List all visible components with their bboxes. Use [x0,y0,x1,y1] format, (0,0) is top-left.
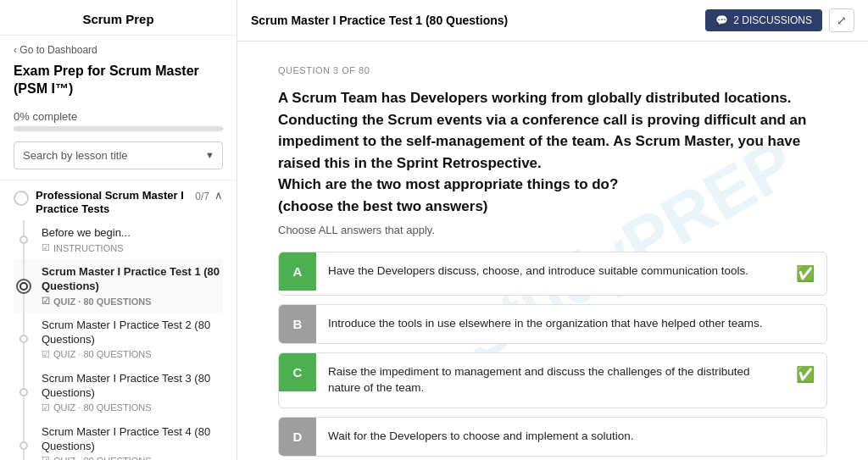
lesson-meta: ☑ QUIZ · 80 QUESTIONS [42,402,223,413]
answer-option-c[interactable]: C Raise the impediment to management and… [278,352,827,408]
answer-text-b: Introduce the tools in use elsewhere in … [316,305,826,343]
lesson-name: Scrum Master I Practice Test 2 (80 Quest… [42,319,223,347]
answer-letter-d: D [279,418,316,456]
section-header[interactable]: Professional Scrum Master I Practice Tes… [14,189,223,218]
list-item[interactable]: Scrum Master I Practice Test 4 (80 Quest… [14,419,223,460]
lesson-meta: ☑ INSTRUCTIONS [42,242,223,253]
quiz-icon: ☑ [42,402,50,413]
answer-option-b[interactable]: B Introduce the tools in use elsewhere i… [278,304,827,344]
expand-button[interactable]: ⤢ [829,8,854,32]
lesson-search[interactable]: Search by lesson title ▼ [14,141,223,169]
progress-section: 0% complete [0,107,236,141]
answer-letter-c: C [279,353,316,391]
answer-text-c: Raise the impediment to management and d… [316,353,784,407]
lesson-meta: ☑ QUIZ · 80 QUESTIONS [42,349,223,360]
list-item[interactable]: Scrum Master I Practice Test 3 (80 Quest… [14,366,223,419]
answer-option-d[interactable]: D Wait for the Developers to choose and … [278,417,827,457]
list-item[interactable]: Scrum Master I Practice Test 2 (80 Quest… [14,313,223,366]
lesson-dot-icon [19,282,28,291]
quiz-icon: ☑ [42,242,50,253]
quiz-icon: ☑ [42,455,50,460]
answer-check-c: ✅ [784,353,826,396]
lesson-dot-icon [19,441,28,450]
main-content: Scrum Master I Practice Test 1 (80 Quest… [237,0,868,460]
chevron-up-icon[interactable]: ∧ [214,189,223,202]
answer-text-a: Have the Developers discuss, choose, and… [316,252,784,291]
section-circle-icon [14,191,29,206]
lesson-dot-icon [19,388,28,396]
lesson-name: Scrum Master I Practice Test 4 (80 Quest… [42,425,223,454]
quiz-icon: ☑ [42,296,50,307]
question-text: A Scrum Team has Developers working from… [278,87,827,217]
lesson-meta: ☑ QUIZ · 80 QUESTIONS [42,455,223,460]
discussions-button[interactable]: 💬 2 DISCUSSIONS [705,9,822,31]
main-header: Scrum Master I Practice Test 1 (80 Quest… [237,0,868,42]
list-item[interactable]: Scrum Master I Practice Test 1 (80 Quest… [14,259,223,313]
lesson-name: Scrum Master I Practice Test 3 (80 Quest… [42,372,223,401]
quiz-title: Scrum Master I Practice Test 1 (80 Quest… [251,14,508,27]
lesson-dot-icon [19,335,28,343]
progress-label: 0% complete [14,110,77,123]
search-select[interactable]: Search by lesson title [14,141,223,169]
answer-letter-a: A [279,252,316,291]
lesson-dot-icon [19,236,28,244]
question-instruction: Choose ALL answers that apply. [278,224,827,236]
question-number: QUESTION 3 OF 80 [278,65,827,75]
answer-option-a[interactable]: A Have the Developers discuss, choose, a… [278,252,827,296]
quiz-icon: ☑ [42,349,50,360]
lesson-meta: ☑ QUIZ · 80 QUESTIONS [42,296,223,307]
lesson-name: Scrum Master I Practice Test 1 (80 Quest… [42,265,223,294]
answer-text-d: Wait for the Developers to choose and im… [316,418,826,456]
sidebar: Scrum Prep ‹ Go to Dashboard Exam Prep f… [0,0,237,460]
sidebar-title: Scrum Prep [0,0,236,36]
answer-check-a: ✅ [784,252,826,295]
dashboard-link[interactable]: ‹ Go to Dashboard [0,36,236,59]
chat-icon: 💬 [715,14,728,26]
question-area: StudyPREP QUESTION 3 OF 80 A Scrum Team … [237,42,868,460]
lesson-list: Before we begin... ☑ INSTRUCTIONS Scrum … [14,220,223,460]
section-title: Professional Scrum Master I Practice Tes… [36,189,195,218]
course-title: Exam Prep for Scrum Master (PSM I™) [0,59,236,107]
lesson-name: Before we begin... [42,226,223,241]
section-professional-scrum: Professional Scrum Master I Practice Tes… [0,180,236,460]
answer-letter-b: B [279,305,316,343]
expand-icon: ⤢ [837,14,847,27]
lesson-line [23,419,25,460]
section-count: 0/7 [195,191,209,202]
progress-bar-container [14,126,223,131]
list-item[interactable]: Before we begin... ☑ INSTRUCTIONS [14,220,223,259]
discussions-label: 2 DISCUSSIONS [733,14,812,26]
